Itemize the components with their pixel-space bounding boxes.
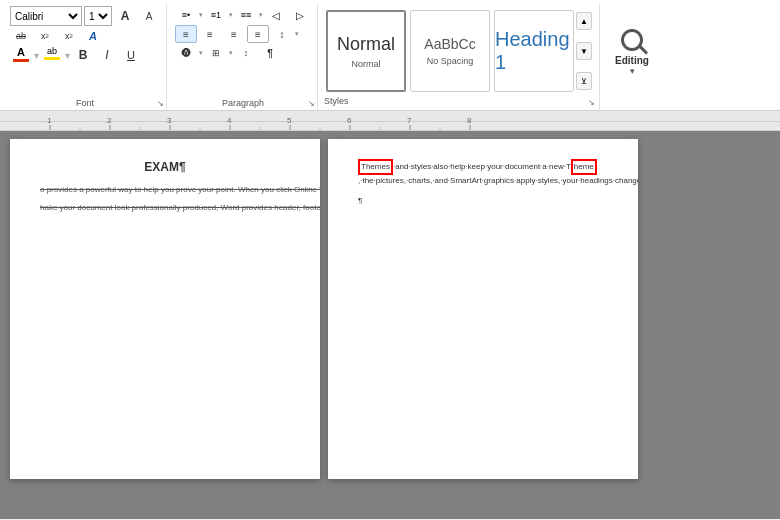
multilevel-button[interactable]: ≡≡ [235, 6, 257, 24]
style-heading1-item[interactable]: Heading 1 [494, 10, 574, 92]
svg-text:3: 3 [167, 116, 172, 125]
justify-button[interactable]: ≡ [247, 25, 269, 43]
styles-expand-icon[interactable]: ↘ [588, 98, 595, 107]
cursor-box2: heme [571, 159, 597, 175]
svg-text:6: 6 [347, 116, 352, 125]
svg-text:4: 4 [227, 116, 232, 125]
show-formatting-button[interactable]: ¶ [259, 44, 281, 62]
shrink-font-button[interactable]: A [138, 7, 160, 25]
styles-scroll-down-button[interactable]: ▼ [576, 42, 592, 60]
paragraph-expand-icon[interactable]: ↘ [308, 99, 315, 108]
ribbon: Calibri 11 A A ab x2 x2 A A [0, 0, 780, 111]
subscript-button[interactable]: x2 [34, 27, 56, 45]
document-area: EXAM¶ o·provides·a·powerful·way·to·help·… [0, 131, 780, 519]
ruler-content: · 1 2 3 4 5 6 7 8 [0, 111, 780, 130]
highlight-button[interactable]: ab [41, 46, 63, 64]
svg-text:·: · [0, 114, 2, 121]
numbering-button[interactable]: ≡1 [205, 6, 227, 24]
font-name-select[interactable]: Calibri [10, 6, 82, 26]
style-heading1-text: Heading 1 [495, 28, 573, 74]
left-page-content: EXAM¶ o·provides·a·powerful·way·to·help·… [40, 159, 290, 214]
font-group: Calibri 11 A A ab x2 x2 A A [4, 4, 167, 110]
font-row1: Calibri 11 A A [10, 6, 160, 26]
ruler-svg: · 1 2 3 4 5 6 7 8 [0, 111, 780, 131]
style-normal-text: Normal [337, 34, 395, 55]
ruler: · 1 2 3 4 5 6 7 8 [0, 111, 780, 131]
style-nospacing-item[interactable]: AaBbCc No Spacing [410, 10, 490, 92]
center-button[interactable]: ≡ [199, 25, 221, 43]
right-page: Themes·and·styles·also·help·keep·your·do… [328, 139, 638, 479]
style-nospacing-label: No Spacing [427, 56, 474, 66]
editing-content: Editing ▾ [608, 6, 656, 94]
right-page-para1: Themes·and·styles·also·help·keep·your·do… [358, 159, 608, 187]
left-page-para2: hake·your·document·look·professionally·p… [40, 202, 290, 214]
italic-button[interactable]: I [96, 46, 118, 64]
styles-scroll-up-button[interactable]: ▲ [576, 12, 592, 30]
svg-rect-1 [0, 121, 780, 122]
editing-group: Editing ▾ [602, 4, 662, 110]
svg-text:8: 8 [467, 116, 472, 125]
align-right-button[interactable]: ≡ [223, 25, 245, 43]
ribbon-content: Calibri 11 A A ab x2 x2 A A [0, 0, 780, 110]
sort-button[interactable]: ↕ [235, 44, 257, 62]
svg-text:5: 5 [287, 116, 292, 125]
search-icon [617, 25, 647, 55]
styles-scroll-controls: ▲ ▼ ⊻ [576, 10, 592, 92]
shading-button[interactable]: 🅐 [175, 44, 197, 62]
editing-button[interactable]: Editing ▾ [608, 22, 656, 79]
superscript-button[interactable]: x2 [58, 27, 80, 45]
left-page-heading: EXAM¶ [40, 159, 290, 176]
style-normal-label: Normal [351, 59, 380, 69]
para-row1: ≡• ▾ ≡1 ▾ ≡≡ ▾ ◁ ▷ [175, 6, 311, 24]
styles-group-label: Styles [324, 96, 349, 108]
decrease-indent-button[interactable]: ◁ [265, 6, 287, 24]
underline-button[interactable]: U [120, 46, 142, 64]
svg-text:7: 7 [407, 116, 412, 125]
font-expand-icon[interactable]: ↘ [157, 99, 164, 108]
right-page-content: Themes·and·styles·also·help·keep·your·do… [358, 159, 608, 206]
text-effects-button[interactable]: A [82, 27, 104, 45]
font-group-content: Calibri 11 A A ab x2 x2 A A [10, 6, 160, 94]
font-size-select[interactable]: 11 [84, 6, 112, 26]
increase-indent-button[interactable]: ▷ [289, 6, 311, 24]
styles-expand-button[interactable]: ⊻ [576, 72, 592, 90]
style-normal-item[interactable]: Normal Normal [326, 10, 406, 92]
font-row2: ab x2 x2 A [10, 27, 104, 45]
strikethrough-button[interactable]: ab [10, 27, 32, 45]
editing-dropdown[interactable]: ▾ [630, 66, 635, 76]
left-page-para1: o·provides·a·powerful·way·to·help·you·pr… [40, 184, 290, 196]
para-group-content: ≡• ▾ ≡1 ▾ ≡≡ ▾ ◁ ▷ ≡ ≡ ≡ ≡ ↕ ▾ [175, 6, 311, 62]
borders-button[interactable]: ⊞ [205, 44, 227, 62]
line-spacing-button[interactable]: ↕ [271, 25, 293, 43]
bullets-button[interactable]: ≡• [175, 6, 197, 24]
styles-content: Normal Normal AaBbCc No Spacing Heading … [324, 6, 595, 96]
bold-button[interactable]: B [72, 46, 94, 64]
paragraph-group-label: Paragraph [169, 98, 317, 108]
svg-text:1: 1 [47, 116, 52, 125]
cursor-highlight: Themes [358, 159, 393, 175]
para-row3: 🅐 ▾ ⊞ ▾ ↕ ¶ [175, 44, 311, 62]
left-page: EXAM¶ o·provides·a·powerful·way·to·help·… [10, 139, 320, 479]
styles-group: Normal Normal AaBbCc No Spacing Heading … [320, 4, 600, 110]
paragraph-group: ≡• ▾ ≡1 ▾ ≡≡ ▾ ◁ ▷ ≡ ≡ ≡ ≡ ↕ ▾ [169, 4, 318, 110]
svg-text:2: 2 [107, 116, 112, 125]
editing-mode-label: Editing [615, 55, 649, 66]
font-row3: A ▾ ab ▾ B I U [10, 46, 142, 64]
para-row2: ≡ ≡ ≡ ≡ ↕ ▾ [175, 25, 311, 43]
style-nospacing-text: AaBbCc [424, 36, 475, 52]
font-color-button[interactable]: A [10, 46, 32, 64]
grow-font-button[interactable]: A [114, 7, 136, 25]
right-page-para2: ¶ [358, 195, 608, 206]
font-group-label: Font [4, 98, 166, 108]
align-left-button[interactable]: ≡ [175, 25, 197, 43]
